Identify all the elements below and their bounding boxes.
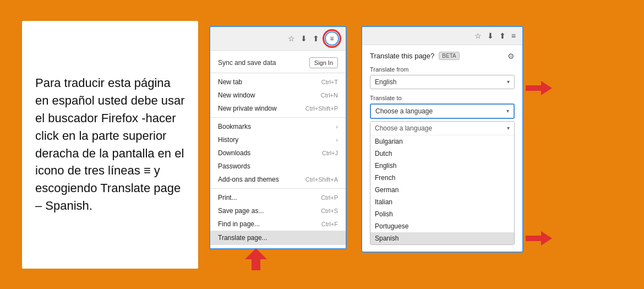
menu-print[interactable]: Print... Ctrl+P [210,191,346,204]
menu-history-label: History [218,136,238,144]
translate-hamburger-icon: ≡ [511,31,516,40]
dropdown-header-chevron: ▾ [507,125,510,131]
lang-option-portuguese[interactable]: Portuguese [370,220,514,232]
history-arrow: › [336,137,338,143]
menu-downloads[interactable]: Downloads Ctrl+J [210,146,346,160]
translate-to-select[interactable]: Choose a language ▾ [370,103,515,119]
firefox-toolbar: ☆ ⬇ ⬆ ≡ [210,27,346,51]
dropdown-arrow-svg [526,78,552,98]
svg-marker-0 [245,248,267,270]
lang-option-french[interactable]: French [370,172,514,184]
menu-history[interactable]: History › [210,133,346,146]
menu-downloads-shortcut: Ctrl+J [322,150,338,156]
lang-option-polish[interactable]: Polish [370,208,514,220]
spanish-arrow-container [526,228,552,248]
lang-option-english[interactable]: English [370,160,514,172]
bookmark-icon: ☆ [288,34,295,43]
instruction-text: Para traducir esta página en español ust… [35,74,185,215]
firefox-menu-browser: ☆ ⬇ ⬆ ≡ Sync and save data Sign In New t… [209,26,347,249]
hamburger-icon: ≡ [330,35,334,42]
translate-browser: ☆ ⬇ ⬆ ≡ Translate this page? BETA ⚙ Tran… [361,26,523,253]
share-icon: ⬆ [313,34,319,43]
text-panel: Para traducir esta página en español ust… [22,21,198,269]
svg-marker-2 [526,231,552,246]
lang-option-spanish[interactable]: Spanish [370,232,514,244]
gear-icon[interactable]: ⚙ [507,52,515,61]
menu-downloads-label: Downloads [218,149,250,157]
translate-arrow-container [239,246,272,270]
menu-translate-label: Translate page... [218,234,268,242]
menu-private-shortcut: Ctrl+Shift+P [305,105,338,112]
menu-save-shortcut: Ctrl+S [321,208,338,214]
menu-addons-label: Add-ons and themes [218,176,279,183]
menu-translate[interactable]: Translate page... [210,231,346,245]
dropdown-arrow-container [526,78,552,98]
translate-title: Translate this page? [370,52,434,60]
menu-print-label: Print... [218,194,237,201]
menu-private-label: New private window [218,105,277,112]
menu-save-label: Save page as... [218,207,264,215]
menu-find-shortcut: Ctrl+F [321,221,338,227]
language-dropdown-list: Choose a language ▾ Bulgarian Dutch Engl… [370,121,515,245]
translate-download-icon: ⬇ [487,31,494,40]
from-chevron-icon: ▾ [507,79,510,85]
translate-bookmark-icon: ☆ [474,31,482,40]
menu-private-window[interactable]: New private window Ctrl+Shift+P [210,102,346,115]
translate-panel-window: ☆ ⬇ ⬆ ≡ Translate this page? BETA ⚙ Tran… [361,26,523,253]
translate-panel-content: Translate this page? BETA ⚙ Translate fr… [362,45,522,252]
translate-to-section: Translate to Choose a language ▾ Choose … [370,95,515,245]
sync-bar: Sync and save data Sign In [210,54,346,73]
lang-option-bulgarian[interactable]: Bulgarian [370,135,514,148]
menu-new-window[interactable]: New window Ctrl+N [210,89,346,102]
translate-arrow-svg [239,246,272,270]
menu-new-tab-label: New tab [218,78,242,86]
translate-to-label: Translate to [370,95,515,101]
menu-save-page[interactable]: Save page as... Ctrl+S [210,204,346,217]
menu-new-tab-shortcut: Ctrl+T [321,79,338,85]
menu-addons[interactable]: Add-ons and themes Ctrl+Shift+A [210,173,346,186]
dropdown-header: Choose a language ▾ [370,122,514,135]
menu-bookmarks[interactable]: Bookmarks › [210,120,346,133]
screenshots-wrapper: ☆ ⬇ ⬆ ≡ Sync and save data Sign In New t… [209,20,523,269]
menu-new-tab[interactable]: New tab Ctrl+T [210,75,346,89]
menu-find[interactable]: Find in page... Ctrl+F [210,217,346,231]
menu-divider-1 [210,117,346,118]
translate-from-label: Translate from [370,66,515,73]
spanish-arrow-svg [526,228,552,248]
menu-new-window-label: New window [218,91,255,99]
svg-marker-1 [526,81,552,95]
hamburger-button[interactable]: ≡ [325,31,339,46]
download-icon: ⬇ [301,34,307,43]
lang-option-german[interactable]: German [370,184,514,196]
menu-new-window-shortcut: Ctrl+N [321,92,338,99]
menu-panel: Sync and save data Sign In New tab Ctrl+… [210,51,346,248]
main-container: Para traducir esta página en español ust… [11,10,633,280]
translate-toolbar: ☆ ⬇ ⬆ ≡ [362,27,522,45]
to-language-value: Choose a language [375,107,433,115]
menu-passwords[interactable]: Passwords [210,160,346,173]
dropdown-header-label: Choose a language [375,124,432,132]
menu-divider-2 [210,188,346,189]
sign-in-button[interactable]: Sign In [309,57,338,68]
to-chevron-icon: ▾ [506,108,509,114]
menu-addons-shortcut: Ctrl+Shift+A [305,176,338,183]
lang-option-dutch[interactable]: Dutch [370,148,514,160]
firefox-menu-window: ☆ ⬇ ⬆ ≡ Sync and save data Sign In New t… [209,26,347,249]
lang-option-italian[interactable]: Italian [370,196,514,208]
menu-print-shortcut: Ctrl+P [321,194,338,201]
menu-find-label: Find in page... [218,220,260,228]
menu-passwords-label: Passwords [218,162,250,170]
menu-bookmarks-label: Bookmarks [218,123,251,130]
sync-text: Sync and save data [218,59,276,67]
bookmarks-arrow: › [336,123,338,130]
translate-from-select[interactable]: English ▾ [370,75,515,89]
translate-title-row: Translate this page? BETA ⚙ [370,52,515,61]
translate-share-icon: ⬆ [499,31,506,40]
from-language-value: English [375,78,396,86]
beta-badge: BETA [439,52,459,60]
